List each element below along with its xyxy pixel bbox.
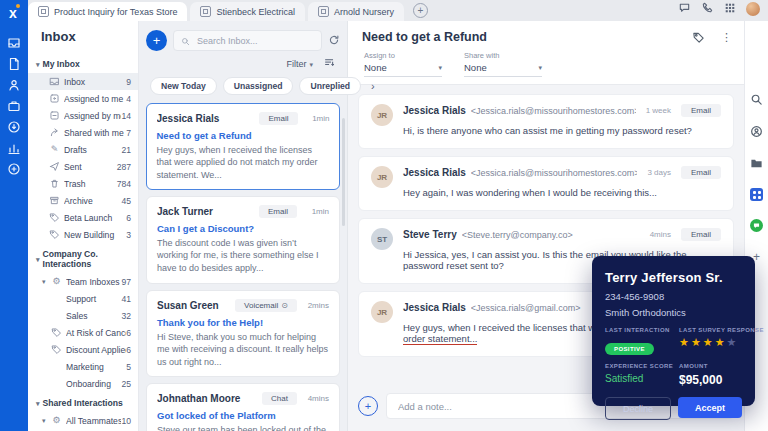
timestamp: 3 days — [647, 168, 671, 177]
survey-label: LAST SURVEY RESPONSE — [679, 327, 764, 333]
sidebar-item-all-teammates[interactable]: ▾ ⚙ All Teammates 10 — [28, 412, 138, 429]
gear-icon: ⚙ — [51, 277, 62, 286]
add-attachment-button[interactable]: + — [358, 396, 378, 416]
search-input[interactable] — [195, 35, 314, 47]
star-rating: ★★★★★ — [679, 337, 764, 348]
accept-button[interactable]: Accept — [678, 397, 742, 418]
message[interactable]: JR Jessica Rials <Jessica.rials@missouri… — [358, 156, 734, 211]
sidebar-item-marketing[interactable]: Marketing 5 — [28, 358, 138, 375]
filter-dropdown[interactable]: Filter▾ — [286, 59, 313, 69]
sidebar-item-shared-with-me[interactable]: Shared with me 7 — [28, 124, 138, 141]
sidebar-item-trash[interactable]: Trash 784 — [28, 175, 138, 192]
conversation-item[interactable]: Susan Green Voicemail⊙ 2mins Thank you f… — [146, 290, 340, 378]
count-badge: 25 — [121, 379, 131, 389]
new-conversation-button[interactable]: + — [146, 30, 167, 51]
conversation-item[interactable]: Jack Turner Email 1min Can I get a Disco… — [146, 196, 340, 284]
tab-stienbeck-electrical[interactable]: Stienbeck Electrical — [190, 2, 305, 21]
inbox-rail-icon[interactable] — [0, 32, 28, 53]
files-icon[interactable] — [750, 156, 764, 170]
tab-icon — [318, 6, 329, 17]
calendar-app-icon[interactable] — [750, 188, 763, 201]
refresh-icon[interactable] — [328, 32, 340, 50]
sidebar-item-team-inboxes[interactable]: ▾ ⚙ Team Inboxes 97 — [28, 273, 138, 290]
chevron-down-icon: ▾ — [36, 61, 40, 68]
amount-label: AMOUNT — [679, 363, 742, 369]
new-tab-button[interactable]: + — [413, 3, 428, 18]
tab-arnold-nursery[interactable]: Arnold Nursery — [308, 2, 404, 21]
sidebar-item-assigned-to-me[interactable]: Assigned to me 4 — [28, 90, 138, 107]
documents-icon[interactable] — [0, 53, 28, 74]
nextiva-logo[interactable]: x — [5, 3, 23, 23]
contact-name: Terry Jefferson Sr. — [605, 270, 742, 285]
contact-profile-icon[interactable] — [750, 124, 764, 138]
tag-icon — [49, 212, 60, 223]
apps-circle-icon[interactable] — [0, 158, 28, 179]
sidebar-item-discount-applied[interactable]: Discount Applied 6 — [28, 341, 138, 358]
more-filters-icon[interactable]: › — [371, 81, 375, 92]
count-badge: 3 — [126, 230, 131, 240]
sidebar-item-assigned-by-me[interactable]: Assigned by me 14 — [28, 107, 138, 124]
filter-pill-unreplied[interactable]: Unreplied — [299, 77, 361, 95]
sidebar-item-onboarding[interactable]: Onboarding 25 — [28, 375, 138, 392]
pencil-icon: ✎ — [49, 145, 60, 154]
apps-grid-icon[interactable] — [724, 0, 736, 18]
sidebar-item-new-building[interactable]: New Building 3 — [28, 226, 138, 243]
count-badge: 97 — [121, 277, 131, 287]
briefcase-icon[interactable] — [0, 95, 28, 116]
sidebar-item-beta-launch[interactable]: Beta Launch 6 — [28, 209, 138, 226]
count-badge: 6 — [126, 328, 131, 338]
tab-product-inquiry[interactable]: Product Inquiry for Texas Store — [28, 2, 187, 21]
download-circle-icon[interactable] — [0, 116, 28, 137]
count-badge: 45 — [121, 196, 131, 206]
count-badge: 41 — [121, 294, 131, 304]
count-badge: 4 — [126, 94, 131, 104]
channel-badge: Email — [259, 112, 297, 125]
phone-icon[interactable] — [701, 0, 714, 18]
chevron-down-icon: ▾ — [438, 64, 442, 72]
sidebar-item-at-risk[interactable]: At Risk of Cancelling 6 — [28, 324, 138, 341]
sidebar-item-sent[interactable]: Sent 287 — [28, 158, 138, 175]
assigned-icon — [49, 110, 60, 121]
chevron-down-icon: ▾ — [36, 400, 40, 407]
tag-icon[interactable] — [692, 31, 705, 44]
filter-pill-new-today[interactable]: New Today — [150, 77, 217, 95]
gear-icon: ⚙ — [51, 416, 62, 425]
search-box[interactable] — [173, 30, 322, 51]
conversation-preview: Hi Steve, thank you so much for helping … — [157, 331, 329, 369]
contacts-icon[interactable] — [0, 74, 28, 95]
tab-label: Product Inquiry for Texas Store — [54, 7, 177, 17]
sidebar-item-archive[interactable]: Archive 45 — [28, 192, 138, 209]
search-icon[interactable] — [750, 92, 764, 106]
filter-pill-unassigned[interactable]: Unassigned — [223, 77, 294, 95]
primary-nav-rail: x — [0, 0, 28, 431]
section-company-interactions[interactable]: ▾ Company Co. Interactions — [28, 243, 138, 273]
conversation-item[interactable]: Jessica Rials Email 1min Need to get a R… — [146, 103, 340, 190]
assign-to-select[interactable]: Assign to None▾ — [364, 51, 442, 77]
section-shared-interactions[interactable]: ▾ Shared Interactions — [28, 392, 138, 412]
conversation-subject: Can I get a Discount? — [157, 223, 329, 234]
kebab-menu-icon[interactable]: ⋮ — [721, 31, 732, 44]
whatsapp-icon[interactable] — [750, 219, 763, 232]
section-my-inbox[interactable]: ▾ My Inbox — [28, 53, 138, 73]
sort-icon[interactable] — [324, 57, 335, 70]
sidebar-item-support[interactable]: Support 41 — [28, 290, 138, 307]
conversation-preview: Hey guys, when I received the licenses t… — [157, 144, 330, 182]
channel-badge: Email — [681, 228, 721, 241]
decline-button[interactable]: Decline — [605, 397, 671, 420]
conversation-item[interactable]: Johnathan Moore Chat 4mins Got locked of… — [146, 383, 340, 431]
share-with-select[interactable]: Share with None▾ — [464, 51, 542, 77]
message[interactable]: JR Jessica Rials <Jessica.rials@missouri… — [358, 94, 734, 149]
count-badge: 14 — [121, 111, 131, 121]
sidebar-item-inbox[interactable]: Inbox 9 — [28, 73, 138, 90]
conversation-list: + Filter▾ New Today Unassigned Unreplied… — [139, 21, 348, 431]
analytics-icon[interactable] — [0, 137, 28, 158]
scrollbar[interactable] — [342, 118, 345, 226]
sidebar-item-drafts[interactable]: ✎ Drafts 21 — [28, 141, 138, 158]
chat-icon[interactable] — [678, 0, 691, 18]
sidebar-item-sales[interactable]: Sales 32 — [28, 307, 138, 324]
count-badge: 9 — [126, 77, 131, 87]
sidebar-title: Inbox — [28, 21, 138, 53]
channel-badge: Email — [259, 205, 297, 218]
user-avatar[interactable] — [746, 2, 760, 16]
timestamp: 1min — [305, 207, 329, 216]
